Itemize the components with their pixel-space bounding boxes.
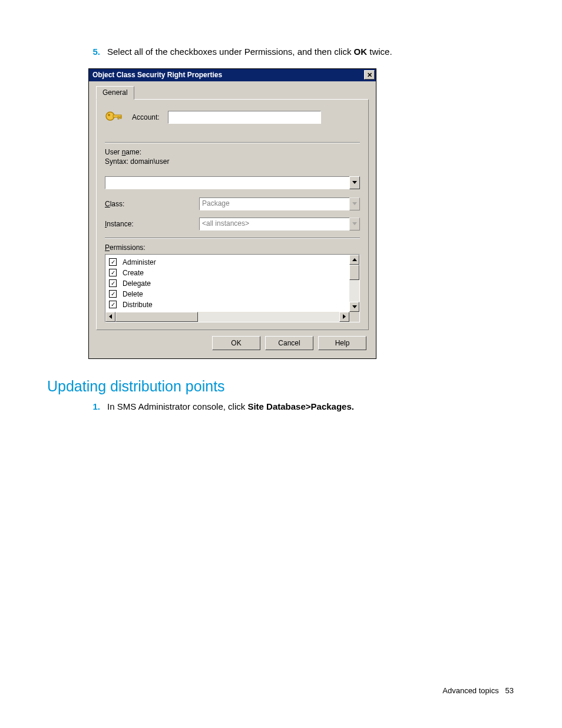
close-icon: ✕ <box>367 71 372 79</box>
scroll-track[interactable] <box>198 312 339 322</box>
dialog-title: Object Class Security Right Properties <box>92 71 364 79</box>
divider <box>105 142 360 143</box>
account-input[interactable] <box>168 111 321 124</box>
checkbox-icon[interactable]: ✓ <box>109 301 117 308</box>
chevron-down-icon <box>352 222 357 225</box>
ok-button[interactable]: OK <box>212 336 260 350</box>
permission-delegate[interactable]: ✓ Delegate <box>109 278 346 289</box>
titlebar[interactable]: Object Class Security Right Properties ✕ <box>89 69 376 81</box>
checkbox-icon[interactable]: ✓ <box>109 258 117 266</box>
scroll-down-button[interactable] <box>349 302 359 312</box>
permissions-label: Permissions: <box>105 243 360 252</box>
tab-general[interactable]: General <box>96 86 134 100</box>
permission-distribute[interactable]: ✓ Distribute <box>109 299 346 310</box>
chevron-down-icon <box>352 202 357 205</box>
svg-rect-4 <box>120 117 121 118</box>
help-button[interactable]: Help <box>318 336 366 350</box>
step-number: 1. <box>88 401 107 413</box>
vertical-scrollbar[interactable] <box>349 255 359 312</box>
close-button[interactable]: ✕ <box>364 70 375 80</box>
instance-label: Instance: <box>105 220 199 228</box>
scroll-left-button[interactable] <box>105 312 115 322</box>
scroll-thumb[interactable] <box>349 265 359 280</box>
class-label: Class: <box>105 200 199 208</box>
chevron-left-icon <box>109 314 112 319</box>
username-combo[interactable] <box>105 176 360 189</box>
instance-combo: <all instances> <box>199 218 360 230</box>
step-1: 1. In SMS Administrator console, click S… <box>88 401 515 413</box>
class-dropdown-button <box>349 197 360 210</box>
key-icon <box>105 109 124 126</box>
checkbox-icon[interactable]: ✓ <box>109 279 117 287</box>
username-label: User name: <box>105 148 360 156</box>
class-value: Package <box>199 197 349 210</box>
class-combo: Package <box>199 197 360 210</box>
step-text: In SMS Administrator console, click Site… <box>107 401 515 413</box>
scrollbar-corner <box>349 312 359 322</box>
scroll-track[interactable] <box>349 280 359 302</box>
step-number: 5. <box>88 46 107 58</box>
instance-value: <all instances> <box>199 218 349 230</box>
checkbox-icon[interactable]: ✓ <box>109 290 117 298</box>
username-dropdown-button[interactable] <box>349 176 360 189</box>
svg-rect-3 <box>118 117 119 119</box>
instance-dropdown-button <box>349 218 360 230</box>
permission-delete[interactable]: ✓ Delete <box>109 289 346 299</box>
divider <box>105 238 360 239</box>
account-label: Account: <box>132 113 160 121</box>
chevron-down-icon <box>352 181 357 184</box>
checkbox-icon[interactable]: ✓ <box>109 269 117 276</box>
permission-administer[interactable]: ✓ Administer <box>109 257 346 268</box>
syntax-hint: Syntax: domain\user <box>105 157 360 166</box>
cancel-button[interactable]: Cancel <box>265 336 313 350</box>
scroll-thumb[interactable] <box>115 312 198 322</box>
scroll-right-button[interactable] <box>339 312 349 322</box>
general-panel: Account: User name: Syntax: domain\user … <box>96 99 369 330</box>
username-input[interactable] <box>105 176 349 189</box>
chevron-up-icon <box>352 258 357 261</box>
step-5: 5. Select all of the checkboxes under Pe… <box>88 46 515 58</box>
horizontal-scrollbar[interactable] <box>105 312 359 322</box>
step-text: Select all of the checkboxes under Permi… <box>107 46 515 58</box>
svg-point-1 <box>108 114 110 116</box>
security-properties-dialog: Object Class Security Right Properties ✕… <box>88 68 376 359</box>
permissions-listbox: ✓ Administer ✓ Create ✓ Delegate <box>105 254 360 322</box>
section-heading: Updating distribution points <box>47 378 515 395</box>
page-footer: Advanced topics 53 <box>442 686 514 695</box>
permission-create[interactable]: ✓ Create <box>109 268 346 278</box>
chevron-right-icon <box>343 314 346 319</box>
chevron-down-icon <box>352 305 357 308</box>
scroll-up-button[interactable] <box>349 255 359 265</box>
